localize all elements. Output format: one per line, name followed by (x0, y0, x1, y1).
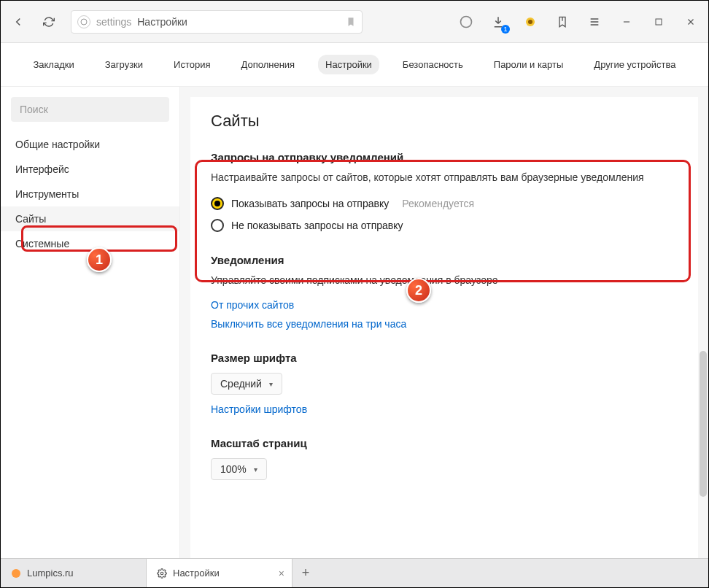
link-font-settings[interactable]: Настройки шрифтов (211, 403, 698, 415)
minimize-button[interactable] (618, 13, 635, 31)
downloads-icon[interactable] (489, 13, 507, 31)
annotation-marker-1: 1 (87, 247, 112, 272)
scrollbar[interactable] (700, 351, 707, 497)
toolbar-right (457, 13, 700, 31)
sidebar-item-tools[interactable]: Инструменты (1, 182, 179, 206)
tab-settings[interactable]: Настройки × (147, 559, 292, 587)
back-button[interactable] (9, 13, 27, 31)
notif-heading: Уведомления (211, 254, 698, 266)
menu-icon[interactable] (586, 13, 603, 31)
tab-label: Lumpics.ru (27, 568, 74, 579)
radio-icon (211, 197, 224, 210)
font-heading: Размер шрифта (211, 352, 698, 364)
svg-point-0 (81, 19, 87, 25)
radio-show-hint: Рекомендуется (402, 198, 474, 209)
gear-icon (157, 568, 167, 579)
sidebar-item-interface[interactable]: Интерфейс (1, 157, 179, 182)
topnav-devices[interactable]: Другие устройства (586, 55, 683, 74)
zoom-section: Масштаб страниц 100% (211, 437, 698, 480)
topnav-downloads[interactable]: Загрузки (98, 55, 150, 74)
sidebar-item-general[interactable]: Общие настройки (1, 132, 179, 157)
maximize-button[interactable] (650, 13, 667, 31)
notif-req-desc: Настраивайте запросы от сайтов, которые … (211, 171, 698, 185)
svg-point-1 (461, 16, 472, 27)
extension-icon[interactable] (522, 13, 539, 31)
svg-point-5 (12, 569, 20, 578)
main-area: Поиск Общие настройки Интерфейс Инструме… (1, 87, 708, 560)
radio-hide-requests[interactable]: Не показывать запросы на отправку (211, 219, 698, 232)
svg-point-6 (160, 572, 163, 575)
topnav-history[interactable]: История (166, 55, 217, 74)
link-mute-3h[interactable]: Выключить все уведомления на три часа (211, 318, 698, 330)
notifications-section: Уведомления Управляйте своими подписками… (211, 254, 698, 330)
radio-icon (211, 219, 224, 232)
reload-button[interactable] (40, 13, 58, 31)
site-icon (77, 15, 90, 28)
tabstrip: Lumpics.ru Настройки × + (1, 558, 708, 587)
url-title: Настройки (137, 16, 187, 28)
close-tab-icon[interactable]: × (279, 568, 284, 579)
notification-requests-card: Запросы на отправку уведомлений Настраив… (211, 151, 698, 232)
radio-show-requests[interactable]: Показывать запросы на отправку Рекоменду… (211, 197, 698, 210)
favicon-lumpics (11, 568, 21, 579)
font-section: Размер шрифта Средний Настройки шрифтов (211, 352, 698, 415)
notif-req-heading: Запросы на отправку уведомлений (211, 151, 698, 163)
radio-show-label: Показывать запросы на отправку (231, 198, 389, 209)
close-window-button[interactable] (682, 13, 700, 31)
tab-lumpics[interactable]: Lumpics.ru (1, 559, 147, 587)
search-placeholder: Поиск (20, 104, 48, 115)
font-size-select[interactable]: Средний (211, 373, 282, 395)
sidebar-list: Общие настройки Интерфейс Инструменты Са… (1, 132, 179, 256)
zoom-heading: Масштаб страниц (211, 437, 698, 449)
zen-icon[interactable] (457, 13, 475, 31)
topnav-bookmarks[interactable]: Закладки (26, 55, 81, 74)
content-panel: Сайты Запросы на отправку уведомлений На… (190, 97, 698, 560)
link-other-sites[interactable]: От прочих сайтов (211, 299, 698, 311)
topnav-security[interactable]: Безопасность (395, 55, 470, 74)
page-title: Сайты (211, 112, 698, 131)
tab-label: Настройки (173, 568, 220, 579)
url-prefix: settings (96, 16, 131, 28)
svg-rect-4 (656, 19, 662, 25)
bookmarks-icon[interactable] (554, 13, 571, 31)
bookmark-icon[interactable] (346, 17, 356, 27)
sidebar: Поиск Общие настройки Интерфейс Инструме… (1, 87, 180, 560)
topnav-passwords[interactable]: Пароли и карты (487, 55, 571, 74)
annotation-marker-2: 2 (406, 278, 431, 303)
radio-hide-label: Не показывать запросы на отправку (231, 220, 403, 231)
new-tab-button[interactable]: + (292, 559, 319, 587)
notif-desc: Управляйте своими подписками на уведомле… (211, 274, 698, 288)
topnav-addons[interactable]: Дополнения (233, 55, 302, 74)
browser-toolbar: settings Настройки (1, 1, 708, 43)
sidebar-search[interactable]: Поиск (11, 97, 169, 122)
topnav-settings[interactable]: Настройки (318, 55, 379, 74)
zoom-select[interactable]: 100% (211, 458, 267, 480)
settings-topnav: Закладки Загрузки История Дополнения Нас… (1, 43, 708, 87)
svg-point-3 (528, 20, 532, 24)
sidebar-item-sites[interactable]: Сайты (1, 206, 179, 231)
url-bar[interactable]: settings Настройки (71, 10, 363, 34)
